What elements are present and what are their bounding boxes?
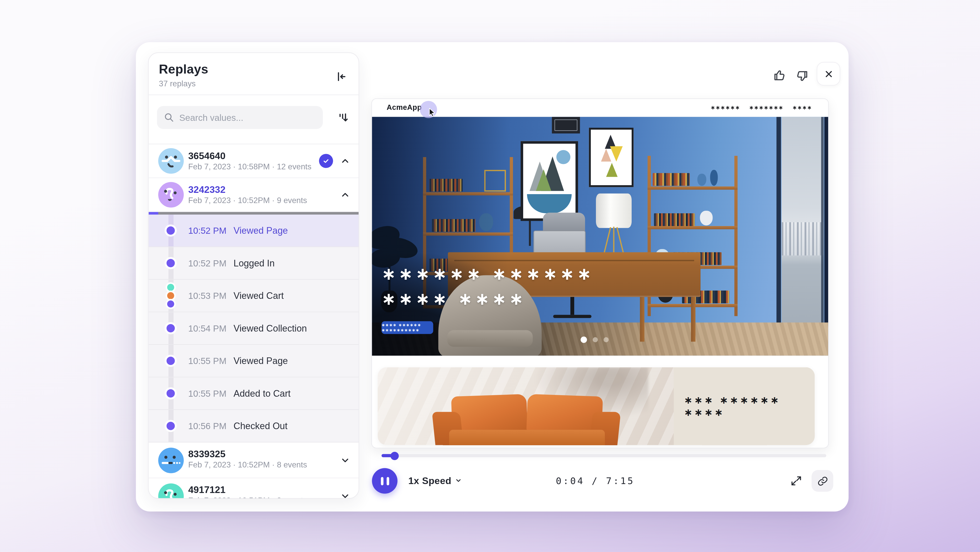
nav-item-masked: ∗∗∗∗∗∗: [711, 105, 740, 111]
event-row[interactable]: 10:55 PM Viewed Page: [149, 345, 359, 378]
event-time: 10:52 PM: [188, 258, 227, 268]
session-meta: Feb 7, 2023 · 10:52PM · 8 events: [188, 461, 307, 469]
sort-descending-icon: [337, 111, 350, 124]
chevron-up-icon[interactable]: [340, 190, 350, 200]
page-title: Replays: [159, 62, 348, 77]
copy-link-button[interactable]: [811, 470, 833, 492]
nav-item-masked: ∗∗∗∗∗∗∗: [749, 105, 784, 111]
event-time: 10:55 PM: [188, 388, 227, 399]
mouse-cursor-icon: [427, 107, 437, 118]
event-row[interactable]: 10:55 PM Added to Cart: [149, 378, 359, 410]
search-input[interactable]: Search values...: [157, 106, 323, 129]
thumbs-down-button[interactable]: [794, 69, 810, 84]
screen: Replays 37 replays: [0, 0, 980, 552]
playback-scrubber-knob[interactable]: [390, 451, 399, 460]
event-row[interactable]: 10:52 PM Logged In: [149, 247, 359, 280]
pause-icon: [380, 477, 383, 485]
session-playback-progress-fill: [149, 212, 159, 215]
event-time: 10:55 PM: [188, 356, 227, 366]
session-playback-progress: [149, 212, 359, 215]
event-time: 10:54 PM: [188, 323, 227, 333]
chevron-down-icon[interactable]: [340, 455, 350, 465]
sessions-list: 3654640 Feb 7, 2023 · 10:58PM · 12 event…: [149, 144, 359, 499]
session-row[interactable]: 3654640 Feb 7, 2023 · 10:58PM · 12 event…: [149, 144, 359, 178]
event-name: Added to Cart: [234, 388, 291, 398]
nav-item-masked: ∗∗∗∗: [792, 105, 812, 111]
thumbs-down-icon: [794, 69, 810, 84]
event-dot-purple: [167, 300, 174, 308]
event-name: Logged In: [234, 258, 275, 268]
session-avatar: [158, 182, 184, 208]
event-dot-teal: [167, 284, 174, 291]
hero-banner: ∗∗∗∗∗∗ ∗∗∗∗∗∗ ∗∗∗∗ ∗∗∗∗ ∗∗∗∗ ∗∗∗∗∗∗ ∗∗∗∗…: [372, 117, 829, 356]
replayed-site-header: AcmeApp ∗∗∗∗∗∗ ∗∗∗∗∗∗∗ ∗∗∗∗: [372, 99, 829, 117]
event-dot-orange: [167, 292, 174, 299]
event-row[interactable]: 10:53 PM Viewed Cart: [149, 280, 359, 313]
watched-check-badge: [319, 154, 333, 168]
product-text-masked: ∗∗∗ ∗∗∗∗∗∗ ∗∗∗∗: [684, 394, 815, 418]
event-name: Checked Out: [234, 420, 288, 431]
hero-cta-button[interactable]: ∗∗∗∗ ∗∗∗∗∗∗ ∗∗∗∗∗∗∗∗∗∗: [382, 321, 433, 334]
event-name: Viewed Page: [234, 355, 288, 365]
event-row[interactable]: 10:56 PM Checked Out: [149, 410, 359, 443]
product-panel: ∗∗∗ ∗∗∗∗∗∗ ∗∗∗∗: [674, 367, 815, 445]
chevron-up-icon[interactable]: [340, 156, 350, 166]
hero-title-masked: ∗∗∗∗∗∗ ∗∗∗∗∗∗: [382, 264, 594, 284]
link-icon: [817, 475, 828, 487]
sort-filter-button[interactable]: [336, 111, 350, 124]
event-time: 10:52 PM: [188, 225, 227, 236]
close-button[interactable]: [817, 62, 840, 86]
site-nav: ∗∗∗∗∗∗ ∗∗∗∗∗∗∗ ∗∗∗∗: [711, 105, 812, 111]
session-row[interactable]: 8339325 Feb 7, 2023 · 10:52PM · 8 events: [149, 443, 359, 479]
session-avatar: [158, 447, 184, 473]
replays-sidebar: Replays 37 replays: [148, 53, 360, 499]
carousel-dot-active[interactable]: [581, 337, 587, 343]
search-icon: [164, 112, 174, 123]
session-meta: Feb 7, 2023 · 10:58PM · 12 events: [188, 162, 312, 171]
session-row[interactable]: 4917121 Feb 7, 2023 · 10:51PM · 8 events: [149, 479, 359, 499]
event-time: 10:53 PM: [188, 291, 227, 301]
pause-icon: [387, 477, 389, 485]
chevron-down-icon[interactable]: [340, 491, 350, 499]
event-dot: [167, 389, 175, 398]
event-dot: [167, 422, 175, 430]
collapse-left-icon: [335, 70, 348, 83]
session-meta: Feb 7, 2023 · 10:51PM · 8 events: [188, 496, 307, 499]
session-row-selected[interactable]: 3242332 Feb 7, 2023 · 10:52PM · 9 events: [149, 178, 359, 212]
page-body: ∗∗∗ ∗∗∗∗∗∗ ∗∗∗∗: [372, 356, 829, 448]
product-card[interactable]: ∗∗∗ ∗∗∗∗∗∗ ∗∗∗∗: [378, 367, 815, 445]
fullscreen-button[interactable]: [790, 475, 804, 489]
pause-button[interactable]: [372, 468, 398, 494]
expand-icon: [790, 475, 803, 487]
session-meta: Feb 7, 2023 · 10:52PM · 9 events: [188, 196, 307, 205]
playback-speed-dropdown[interactable]: 1x Speed: [408, 475, 462, 486]
thumbs-up-button[interactable]: [772, 68, 788, 83]
event-name: Viewed Cart: [234, 290, 284, 300]
event-time: 10:56 PM: [188, 421, 227, 431]
session-id: 3654640: [188, 150, 226, 161]
carousel-dots[interactable]: [581, 337, 609, 343]
event-dot: [167, 226, 175, 235]
search-row: Search values...: [149, 95, 359, 145]
session-id: 8339325: [188, 448, 226, 459]
chevron-down-icon: [455, 477, 463, 484]
collapse-sidebar-button[interactable]: [334, 70, 348, 84]
close-icon: [823, 69, 834, 79]
event-row[interactable]: 10:54 PM Viewed Collection: [149, 313, 359, 345]
replay-modal: Replays 37 replays: [136, 42, 849, 512]
session-avatar: [158, 148, 184, 174]
carousel-dot[interactable]: [604, 337, 609, 342]
session-avatar: [158, 483, 184, 499]
carousel-dot[interactable]: [593, 337, 598, 342]
replay-count: 37 replays: [159, 79, 348, 88]
event-dot: [167, 259, 175, 268]
orange-sofa: [434, 394, 619, 445]
event-dot: [167, 357, 175, 365]
timecode: 0:04 / 7:15: [493, 476, 697, 486]
sofa-photo: [378, 367, 674, 445]
site-logo: AcmeApp: [387, 104, 422, 111]
playback-scrubber[interactable]: [382, 454, 826, 458]
replay-viewport: AcmeApp ∗∗∗∗∗∗ ∗∗∗∗∗∗∗ ∗∗∗∗: [371, 98, 829, 448]
event-name: Viewed Collection: [234, 323, 307, 333]
event-row-selected[interactable]: 10:52 PM Viewed Page: [149, 215, 359, 247]
